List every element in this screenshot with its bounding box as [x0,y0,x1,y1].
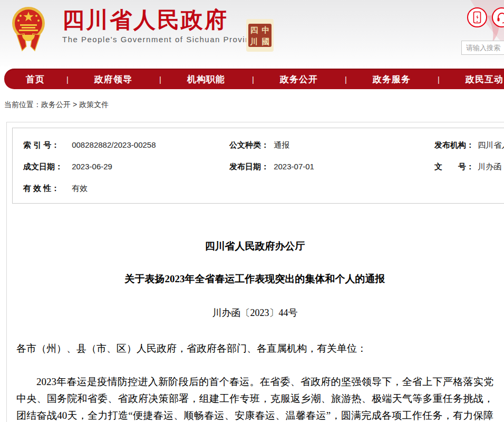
china-sichuan-seal-icon: 四 中 川 國 [246,19,274,52]
meta-label: 发布机构： [434,140,476,150]
document-title: 关于表扬2023年全省春运工作表现突出的集体和个人的通报 [16,273,493,285]
breadcrumb-link-zhengcewenjian[interactable]: 政策文件 [79,100,109,109]
headset-icon [497,11,504,24]
meta-issuing-agency: 发布机构： 四川省人 [434,140,504,150]
service-hotline-button[interactable] [492,7,504,27]
meta-value: 通报 [274,140,289,149]
site-subtitle: The People's Government of Sichuan Provi… [62,35,260,44]
breadcrumb-prefix: 当前位置： [4,100,41,109]
nav-separator: | [345,75,346,84]
document-reference-number: 川办函〔2023〕44号 [16,307,493,319]
nav-item-institutional-functions[interactable]: 机构职能 [160,73,252,85]
breadcrumb-separator: > [73,100,77,109]
meta-document-type: 公文种类： 通报 [229,140,434,150]
meta-written-date: 成文日期： 2023-06-29 [23,161,229,172]
seal-char: 川 [248,35,260,47]
decorative-ribbon [430,0,504,66]
meta-value: 川办函〔 [478,162,504,171]
nav-item-government-services[interactable]: 政务服务 [346,73,438,85]
search-input[interactable] [461,41,504,55]
site-logo-link[interactable]: 四川省人民政府 The People's Government of Sichu… [62,8,260,44]
national-emblem-icon[interactable] [12,4,45,52]
nav-separator: | [438,75,439,84]
meta-value: 2023-06-29 [72,162,112,171]
meta-index-number: 索 引 号： 008282882/2023-00258 [23,140,229,150]
seal-char: 四 [248,24,260,35]
nav-item-public-interaction[interactable]: 政民互动 [439,73,504,85]
nav-item-home[interactable]: 首页 [4,73,66,85]
site-title: 四川省人民政府 [62,8,260,32]
document-issuing-office: 四川省人民政府办公厅 [16,241,493,252]
meta-label: 发布日期： [229,161,272,172]
document-body: 四川省人民政府办公厅 关于表扬2023年全省春运工作表现突出的集体和个人的通报 … [16,202,493,422]
mobile-phone-icon [473,11,481,24]
meta-value: 2023-07-01 [274,162,314,171]
seal-char: 中 [260,24,272,35]
meta-publish-date: 发布日期： 2023-07-01 [229,161,434,172]
meta-empty-cell [229,183,434,194]
meta-value: 四川省人 [478,140,504,149]
document-paragraph: 2023年春运是疫情防控进入新阶段后的首个春运。在省委、省政府的坚强领导下，全省… [16,373,493,422]
meta-value: 有效 [72,184,88,193]
site-header: 四川省人民政府 The People's Government of Sichu… [0,0,504,66]
meta-document-number: 文 号： 川办函〔 [434,161,504,172]
breadcrumb: 当前位置：政务公开>政策文件 [4,100,109,110]
nav-item-government-affairs[interactable]: 政务公开 [253,73,345,85]
document-container: 索 引 号： 008282882/2023-00258 公文种类： 通报 发布机… [6,122,504,422]
nav-separator: | [66,75,67,84]
meta-label: 文 号： [434,161,476,172]
nav-separator: | [159,75,160,84]
nav-separator: | [252,75,253,84]
document-meta-table: 索 引 号： 008282882/2023-00258 公文种类： 通报 发布机… [12,128,504,204]
meta-empty-cell [434,183,504,194]
meta-validity: 有 效 性： 有效 [23,183,229,194]
breadcrumb-link-zhengwugongkai[interactable]: 政务公开 [41,100,71,109]
meta-label: 索 引 号： [23,140,70,150]
main-nav: 首页 | 政府领导 | 机构职能 | 政务公开 | 政务服务 | 政民互动 [4,69,504,89]
meta-label: 公文种类： [229,140,272,150]
meta-label: 有 效 性： [23,183,70,194]
mobile-version-button[interactable] [467,7,487,27]
meta-value: 008282882/2023-00258 [72,140,156,149]
seal-char: 國 [260,35,272,47]
meta-label: 成文日期： [23,161,70,172]
document-salutation: 各市（州）、县（市、区）人民政府，省政府各部门、各直属机构，有关单位： [16,342,493,356]
nav-item-government-leaders[interactable]: 政府领导 [67,73,159,85]
